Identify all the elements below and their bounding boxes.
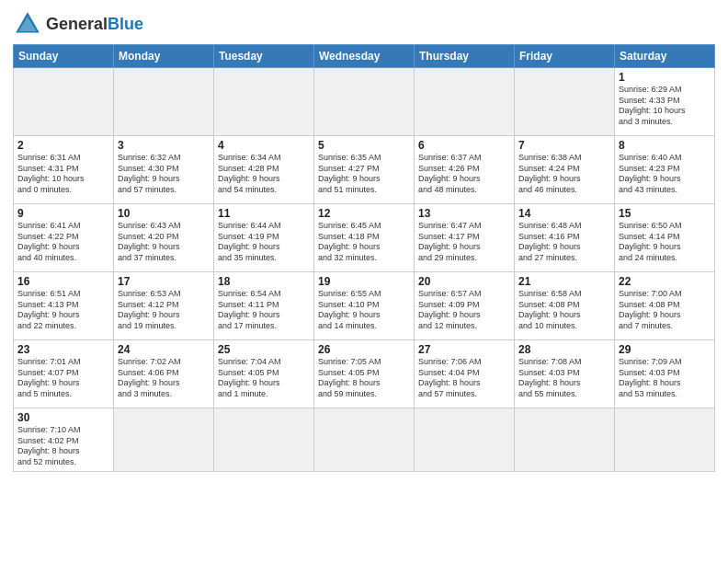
logo-text: GeneralBlue: [46, 15, 143, 34]
day-info: Sunrise: 6:32 AM Sunset: 4:30 PM Dayligh…: [118, 153, 210, 196]
day-info: Sunrise: 7:06 AM Sunset: 4:04 PM Dayligh…: [418, 357, 510, 400]
day-number: 20: [418, 275, 510, 288]
day-info: Sunrise: 6:40 AM Sunset: 4:23 PM Dayligh…: [619, 153, 711, 196]
day-info: Sunrise: 6:31 AM Sunset: 4:31 PM Dayligh…: [17, 153, 109, 196]
col-saturday: Saturday: [615, 45, 715, 68]
calendar-cell: [314, 68, 415, 136]
day-info: Sunrise: 6:55 AM Sunset: 4:10 PM Dayligh…: [318, 289, 410, 332]
days-row: Sunday Monday Tuesday Wednesday Thursday…: [14, 45, 715, 68]
day-number: 10: [118, 207, 210, 220]
day-number: 6: [418, 139, 510, 152]
calendar-cell: 13Sunrise: 6:47 AM Sunset: 4:17 PM Dayli…: [415, 204, 515, 272]
day-info: Sunrise: 6:54 AM Sunset: 4:11 PM Dayligh…: [218, 289, 310, 332]
calendar-cell: 29Sunrise: 7:09 AM Sunset: 4:03 PM Dayli…: [615, 340, 715, 408]
calendar-cell: 27Sunrise: 7:06 AM Sunset: 4:04 PM Dayli…: [415, 340, 515, 408]
calendar-cell: 7Sunrise: 6:38 AM Sunset: 4:24 PM Daylig…: [515, 136, 615, 204]
day-info: Sunrise: 6:50 AM Sunset: 4:14 PM Dayligh…: [619, 221, 711, 264]
calendar-cell: [515, 408, 615, 472]
calendar-cell: [214, 68, 314, 136]
day-info: Sunrise: 6:43 AM Sunset: 4:20 PM Dayligh…: [118, 221, 210, 264]
day-number: 14: [518, 207, 610, 220]
col-thursday: Thursday: [415, 45, 515, 68]
calendar-cell: 28Sunrise: 7:08 AM Sunset: 4:03 PM Dayli…: [515, 340, 615, 408]
day-number: 5: [318, 139, 410, 152]
day-number: 2: [17, 139, 109, 152]
calendar-cell: [214, 408, 314, 472]
day-info: Sunrise: 6:53 AM Sunset: 4:12 PM Dayligh…: [118, 289, 210, 332]
day-number: 26: [318, 343, 410, 356]
calendar-cell: 15Sunrise: 6:50 AM Sunset: 4:14 PM Dayli…: [615, 204, 715, 272]
calendar-cell: 12Sunrise: 6:45 AM Sunset: 4:18 PM Dayli…: [314, 204, 415, 272]
day-info: Sunrise: 7:08 AM Sunset: 4:03 PM Dayligh…: [518, 357, 610, 400]
day-number: 22: [619, 275, 711, 288]
day-number: 29: [619, 343, 711, 356]
day-info: Sunrise: 7:02 AM Sunset: 4:06 PM Dayligh…: [118, 357, 210, 400]
header: GeneralBlue: [13, 9, 715, 39]
calendar-cell: 9Sunrise: 6:41 AM Sunset: 4:22 PM Daylig…: [14, 204, 114, 272]
day-number: 24: [118, 343, 210, 356]
calendar-cell: 16Sunrise: 6:51 AM Sunset: 4:13 PM Dayli…: [14, 272, 114, 340]
logo: GeneralBlue: [13, 9, 143, 39]
day-number: 11: [218, 207, 310, 220]
calendar-cell: 19Sunrise: 6:55 AM Sunset: 4:10 PM Dayli…: [314, 272, 415, 340]
day-number: 16: [17, 275, 109, 288]
day-info: Sunrise: 6:29 AM Sunset: 4:33 PM Dayligh…: [619, 85, 711, 128]
calendar-cell: [415, 68, 515, 136]
calendar-cell: 1Sunrise: 6:29 AM Sunset: 4:33 PM Daylig…: [615, 68, 715, 136]
day-info: Sunrise: 6:34 AM Sunset: 4:28 PM Dayligh…: [218, 153, 310, 196]
col-wednesday: Wednesday: [314, 45, 415, 68]
day-number: 17: [118, 275, 210, 288]
day-number: 12: [318, 207, 410, 220]
calendar-cell: 22Sunrise: 7:00 AM Sunset: 4:08 PM Dayli…: [615, 272, 715, 340]
calendar-cell: 10Sunrise: 6:43 AM Sunset: 4:20 PM Dayli…: [114, 204, 214, 272]
day-number: 19: [318, 275, 410, 288]
day-number: 27: [418, 343, 510, 356]
calendar-cell: 6Sunrise: 6:37 AM Sunset: 4:26 PM Daylig…: [415, 136, 515, 204]
calendar-cell: 8Sunrise: 6:40 AM Sunset: 4:23 PM Daylig…: [615, 136, 715, 204]
calendar-week-3: 16Sunrise: 6:51 AM Sunset: 4:13 PM Dayli…: [14, 272, 715, 340]
day-number: 7: [518, 139, 610, 152]
calendar-cell: 25Sunrise: 7:04 AM Sunset: 4:05 PM Dayli…: [214, 340, 314, 408]
day-number: 3: [118, 139, 210, 152]
calendar: Sunday Monday Tuesday Wednesday Thursday…: [13, 44, 715, 472]
calendar-cell: 14Sunrise: 6:48 AM Sunset: 4:16 PM Dayli…: [515, 204, 615, 272]
page: GeneralBlue Sunday Monday Tuesday Wednes…: [0, 0, 728, 563]
calendar-cell: [415, 408, 515, 472]
col-sunday: Sunday: [14, 45, 114, 68]
calendar-week-0: 1Sunrise: 6:29 AM Sunset: 4:33 PM Daylig…: [14, 68, 715, 136]
day-number: 13: [418, 207, 510, 220]
day-info: Sunrise: 7:01 AM Sunset: 4:07 PM Dayligh…: [17, 357, 109, 400]
calendar-cell: [114, 68, 214, 136]
calendar-cell: 2Sunrise: 6:31 AM Sunset: 4:31 PM Daylig…: [14, 136, 114, 204]
calendar-cell: 3Sunrise: 6:32 AM Sunset: 4:30 PM Daylig…: [114, 136, 214, 204]
day-info: Sunrise: 6:37 AM Sunset: 4:26 PM Dayligh…: [418, 153, 510, 196]
col-monday: Monday: [114, 45, 214, 68]
day-info: Sunrise: 6:45 AM Sunset: 4:18 PM Dayligh…: [318, 221, 410, 264]
calendar-cell: 17Sunrise: 6:53 AM Sunset: 4:12 PM Dayli…: [114, 272, 214, 340]
day-info: Sunrise: 7:04 AM Sunset: 4:05 PM Dayligh…: [218, 357, 310, 400]
day-number: 4: [218, 139, 310, 152]
day-info: Sunrise: 6:35 AM Sunset: 4:27 PM Dayligh…: [318, 153, 410, 196]
day-info: Sunrise: 6:48 AM Sunset: 4:16 PM Dayligh…: [518, 221, 610, 264]
calendar-cell: [615, 408, 715, 472]
col-tuesday: Tuesday: [214, 45, 314, 68]
day-number: 15: [619, 207, 711, 220]
calendar-header: Sunday Monday Tuesday Wednesday Thursday…: [14, 45, 715, 68]
calendar-cell: [114, 408, 214, 472]
calendar-cell: [14, 68, 114, 136]
day-info: Sunrise: 6:58 AM Sunset: 4:08 PM Dayligh…: [518, 289, 610, 332]
day-number: 21: [518, 275, 610, 288]
day-number: 1: [619, 71, 711, 84]
calendar-cell: 30Sunrise: 7:10 AM Sunset: 4:02 PM Dayli…: [14, 408, 114, 472]
day-number: 25: [218, 343, 310, 356]
calendar-cell: [314, 408, 415, 472]
calendar-cell: 26Sunrise: 7:05 AM Sunset: 4:05 PM Dayli…: [314, 340, 415, 408]
calendar-cell: 18Sunrise: 6:54 AM Sunset: 4:11 PM Dayli…: [214, 272, 314, 340]
day-info: Sunrise: 7:00 AM Sunset: 4:08 PM Dayligh…: [619, 289, 711, 332]
day-info: Sunrise: 6:44 AM Sunset: 4:19 PM Dayligh…: [218, 221, 310, 264]
day-info: Sunrise: 6:51 AM Sunset: 4:13 PM Dayligh…: [17, 289, 109, 332]
logo-icon: [13, 9, 42, 39]
calendar-cell: 23Sunrise: 7:01 AM Sunset: 4:07 PM Dayli…: [14, 340, 114, 408]
calendar-cell: 11Sunrise: 6:44 AM Sunset: 4:19 PM Dayli…: [214, 204, 314, 272]
calendar-cell: 5Sunrise: 6:35 AM Sunset: 4:27 PM Daylig…: [314, 136, 415, 204]
